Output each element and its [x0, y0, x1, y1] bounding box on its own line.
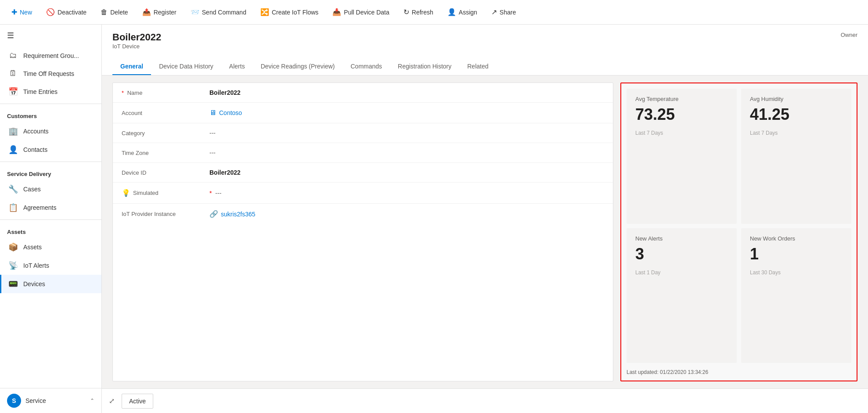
refresh-label: Refresh	[412, 9, 433, 16]
status-tab-label: Active	[129, 398, 146, 405]
account-value[interactable]: 🖥 Contoso	[209, 109, 604, 117]
timezone-value[interactable]: ---	[209, 149, 604, 156]
hamburger-menu[interactable]: ☰	[0, 25, 101, 47]
register-button[interactable]: 📤 Register	[136, 5, 183, 19]
service-delivery-section: Service Delivery	[0, 165, 101, 180]
simulated-icon: 💡	[122, 189, 130, 197]
sidebar-item-label: Contacts	[23, 146, 47, 153]
stat-label-avg-humidity: Avg Humidity	[750, 96, 843, 102]
form-area: * Name Boiler2022 Account 🖥 Contoso Cate…	[102, 75, 868, 388]
send-command-icon: 📨	[191, 8, 199, 16]
stat-label-avg-temp: Avg Temperature	[635, 96, 728, 102]
required-indicator: *	[122, 90, 124, 96]
sidebar-divider-1	[0, 104, 101, 104]
sidebar-item-label: IoT Alerts	[23, 262, 49, 269]
tab-device-data-history[interactable]: Device Data History	[151, 58, 221, 75]
assign-button[interactable]: 👤 Assign	[441, 5, 483, 19]
stat-label-new-alerts: New Alerts	[635, 235, 728, 242]
account-link-icon: 🖥	[209, 109, 216, 117]
form-row-account: Account 🖥 Contoso	[113, 103, 613, 123]
sidebar-item-devices[interactable]: 📟 Devices	[0, 275, 101, 293]
record-title-text: Boiler2022	[112, 32, 161, 43]
category-value[interactable]: ---	[209, 129, 604, 136]
deactivate-button[interactable]: 🚫 Deactivate	[40, 5, 93, 19]
stat-value-avg-temp: 73.25	[635, 105, 728, 124]
share-label: Share	[500, 9, 516, 16]
footer-label: Service	[25, 397, 46, 404]
new-button[interactable]: ✚ New	[5, 5, 38, 19]
stat-card-new-work-orders: New Work Orders 1 Last 30 Days	[741, 228, 851, 363]
contacts-icon: 👤	[8, 145, 18, 154]
pull-device-data-button[interactable]: 📥 Pull Device Data	[326, 5, 396, 19]
stats-grid: Avg Temperature 73.25 Last 7 Days Avg Hu…	[627, 89, 851, 363]
create-iot-flows-button[interactable]: 🔀 Create IoT Flows	[254, 5, 324, 19]
sidebar-item-label: Agreements	[23, 204, 56, 211]
stat-card-avg-humidity: Avg Humidity 41.25 Last 7 Days	[741, 89, 851, 224]
sidebar-item-accounts[interactable]: 🏢 Accounts	[0, 122, 101, 140]
sidebar-item-agreements[interactable]: 📋 Agreements	[0, 198, 101, 217]
sidebar-item-time-off-requests[interactable]: 🗓 Time Off Requests	[0, 65, 101, 83]
sidebar-item-requirement-group[interactable]: 🗂 Requirement Grou...	[0, 47, 101, 65]
tab-alerts[interactable]: Alerts	[221, 58, 253, 75]
sidebar-item-label: Accounts	[23, 128, 49, 135]
requirement-group-icon: 🗂	[8, 51, 18, 60]
chevron-up-icon: ⌃	[90, 398, 94, 404]
accounts-icon: 🏢	[8, 126, 18, 136]
simulated-value: * ---	[209, 190, 604, 197]
stat-label-new-work-orders: New Work Orders	[750, 235, 843, 242]
tab-label: Alerts	[229, 63, 245, 70]
sidebar-item-label: Assets	[23, 244, 42, 251]
create-iot-flows-label: Create IoT Flows	[272, 9, 318, 16]
delete-icon: 🗑	[101, 8, 108, 16]
form-row-simulated: 💡 Simulated * ---	[113, 183, 613, 204]
sidebar-item-time-entries[interactable]: 📅 Time Entries	[0, 83, 101, 101]
form-row-iot-provider: IoT Provider Instance 🔗 sukris2fs365	[113, 204, 613, 224]
sidebar-item-label: Cases	[23, 186, 41, 193]
iot-provider-link-icon: 🔗	[209, 210, 218, 218]
tab-label: Device Data History	[159, 63, 213, 70]
sidebar-scroll: ☰ 🗂 Requirement Grou... 🗓 Time Off Reque…	[0, 25, 101, 388]
stats-last-updated: Last updated: 01/22/2020 13:34:26	[627, 367, 851, 375]
customers-section: Customers	[0, 107, 101, 122]
name-value[interactable]: Boiler2022	[209, 89, 604, 96]
iot-provider-value[interactable]: 🔗 sukris2fs365	[209, 210, 604, 218]
delete-button[interactable]: 🗑 Delete	[94, 6, 134, 19]
stat-value-avg-humidity: 41.25	[750, 105, 843, 124]
share-icon: ↗	[491, 8, 497, 16]
time-off-requests-icon: 🗓	[8, 69, 18, 78]
tab-registration-history[interactable]: Registration History	[390, 58, 459, 75]
tab-related[interactable]: Related	[459, 58, 496, 75]
assign-label: Assign	[459, 9, 477, 16]
record-title-row: Boiler2022 IoT Device Owner	[112, 32, 857, 54]
sidebar-footer[interactable]: S Service ⌃	[0, 388, 101, 413]
tab-label: General	[120, 63, 143, 70]
tab-label: Commands	[350, 63, 382, 70]
tab-device-readings[interactable]: Device Readings (Preview)	[253, 58, 343, 75]
avatar-initial: S	[12, 397, 16, 404]
pull-device-data-label: Pull Device Data	[344, 9, 389, 16]
send-command-label: Send Command	[202, 9, 246, 16]
active-status-tab[interactable]: Active	[122, 394, 153, 409]
sidebar-item-contacts[interactable]: 👤 Contacts	[0, 140, 101, 159]
hamburger-icon: ☰	[7, 31, 14, 40]
share-button[interactable]: ↗ Share	[485, 5, 522, 19]
deactivate-label: Deactivate	[58, 9, 86, 16]
user-avatar: S	[7, 394, 21, 408]
device-id-label: Device ID	[122, 169, 209, 176]
sidebar-item-label: Requirement Grou...	[23, 52, 79, 59]
register-icon: 📤	[142, 8, 151, 16]
expand-icon[interactable]: ⤢	[109, 397, 115, 405]
tab-commands[interactable]: Commands	[342, 58, 390, 75]
refresh-button[interactable]: ↻ Refresh	[397, 5, 439, 19]
send-command-button[interactable]: 📨 Send Command	[184, 5, 252, 19]
toolbar: ✚ New 🚫 Deactivate 🗑 Delete 📤 Register 📨…	[0, 0, 868, 25]
device-id-value[interactable]: Boiler2022	[209, 169, 604, 176]
sidebar-item-cases[interactable]: 🔧 Cases	[0, 180, 101, 198]
refresh-icon: ↻	[403, 8, 409, 16]
cases-icon: 🔧	[8, 184, 18, 194]
iot-alerts-icon: 📡	[8, 261, 18, 270]
tab-general[interactable]: General	[112, 58, 151, 75]
sidebar-item-iot-alerts[interactable]: 📡 IoT Alerts	[0, 256, 101, 275]
sidebar-item-assets[interactable]: 📦 Assets	[0, 238, 101, 256]
name-label: * Name	[122, 90, 209, 96]
